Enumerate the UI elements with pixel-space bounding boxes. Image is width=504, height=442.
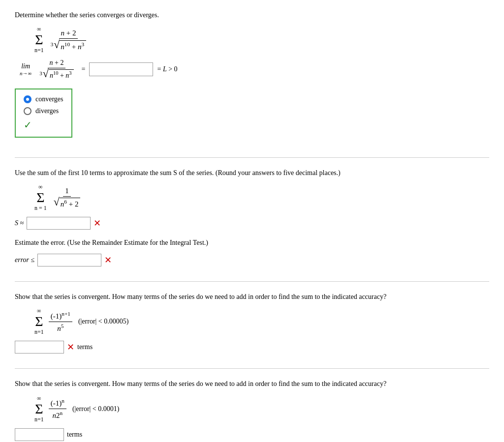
terms-3-x-icon: ✕ xyxy=(67,342,74,353)
error-input[interactable] xyxy=(37,254,101,266)
series-2-display: ∞ Σ n = 1 1 √ n6 + 2 xyxy=(34,183,489,212)
error-label: error ≤ xyxy=(15,256,34,264)
condition-4-text: (|error| < 0.0001) xyxy=(72,405,120,413)
terms-4-label: terms xyxy=(67,431,82,439)
s-approx-x-icon: ✕ xyxy=(94,218,101,229)
error-estimate-text: Estimate the error. (Use the Remainder E… xyxy=(15,237,489,248)
terms-3-label: terms xyxy=(77,343,93,351)
convergence-options-box: converges diverges ✓ xyxy=(15,88,72,138)
radio-diverges[interactable]: diverges xyxy=(24,107,63,115)
limit-expression: lim n→∞ n + 2 3 √ n10 + n3 = = L > 0 xyxy=(20,59,489,80)
sigma-2: ∞ Σ n = 1 xyxy=(34,183,47,212)
problem-3-text: Show that the series is convergent. How … xyxy=(15,292,489,302)
fraction-1: n + 2 3 √ n10 + n3 xyxy=(49,29,88,51)
section-4: Show that the series is convergent. How … xyxy=(15,379,489,441)
radio-group: converges diverges xyxy=(24,95,63,115)
radio-converges-circle[interactable] xyxy=(24,95,32,103)
fraction-4: (-1)n n2n xyxy=(49,398,66,420)
fraction-3: (-1)n+1 n5 xyxy=(49,311,72,333)
lim-fraction: n + 2 3 √ n10 + n3 xyxy=(37,59,75,80)
terms-4-input[interactable] xyxy=(15,428,64,441)
terms-4-row: terms xyxy=(15,428,489,441)
divider-3 xyxy=(15,368,489,369)
error-row: error ≤ ✕ xyxy=(15,254,489,266)
converges-label: converges xyxy=(35,95,63,103)
s-approx-label: S ≈ xyxy=(15,219,24,227)
s-approx-row: S ≈ ✕ xyxy=(15,217,489,230)
series-3-display: ∞ Σ n=1 (-1)n+1 n5 (|error| < 0.00005) xyxy=(34,307,489,336)
sigma-3: ∞ Σ n=1 xyxy=(34,307,44,336)
sigma-4: ∞ Σ n=1 xyxy=(34,395,44,423)
section-2: Use the sum of the first 10 terms to app… xyxy=(15,168,489,266)
condition-3-text: (|error| < 0.00005) xyxy=(78,318,129,325)
section-1: Determine whether the series converges o… xyxy=(15,10,489,143)
series-4-display: ∞ Σ n=1 (-1)n n2n (|error| < 0.0001) xyxy=(34,395,489,423)
root-expr-1: 3 √ n10 + n3 xyxy=(51,40,86,51)
series-1-display: ∞ Σ n=1 n + 2 3 √ n10 + n3 xyxy=(34,26,489,54)
s-approx-input[interactable] xyxy=(27,217,91,230)
problem-2-text: Use the sum of the first 10 terms to app… xyxy=(15,168,489,178)
problem-4-text: Show that the series is convergent. How … xyxy=(15,379,489,389)
diverges-label: diverges xyxy=(35,107,59,115)
limit-answer-input[interactable] xyxy=(89,62,153,76)
problem-1-text: Determine whether the series converges o… xyxy=(15,10,489,21)
sigma-1: ∞ Σ n=1 xyxy=(34,26,44,54)
fraction-2: 1 √ n6 + 2 xyxy=(52,187,83,208)
terms-3-input[interactable] xyxy=(15,341,64,354)
checkmark-icon: ✓ xyxy=(24,119,63,131)
section-3: Show that the series is convergent. How … xyxy=(15,292,489,354)
lim-block: lim n→∞ xyxy=(20,62,32,76)
error-x-icon: ✕ xyxy=(104,255,112,265)
divider-2 xyxy=(15,281,489,282)
terms-3-row: ✕ terms xyxy=(15,341,489,354)
radio-converges[interactable]: converges xyxy=(24,95,63,103)
divider-1 xyxy=(15,157,489,158)
radio-diverges-circle[interactable] xyxy=(24,107,32,115)
